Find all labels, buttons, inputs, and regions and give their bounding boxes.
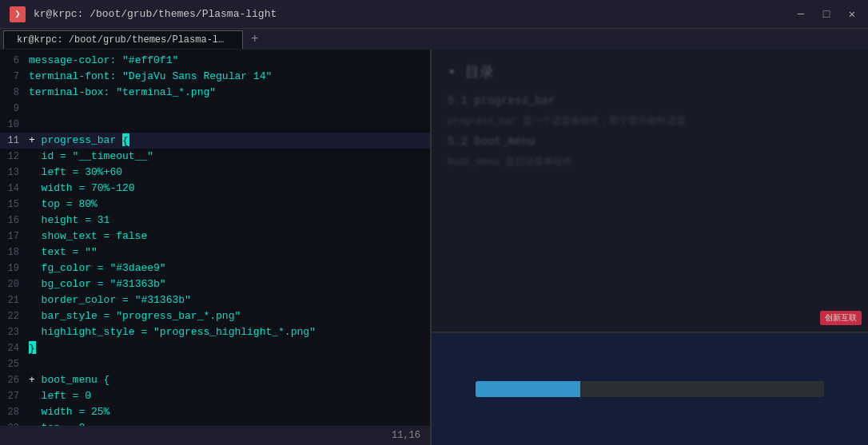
- cursor2: }: [29, 341, 36, 354]
- boot-preview: [432, 333, 868, 445]
- table-row: 28 width = 25%: [0, 404, 430, 420]
- terminal-icon: ❯: [10, 6, 26, 22]
- table-row: 27 left = 0: [0, 388, 430, 404]
- close-button[interactable]: ✕: [846, 8, 858, 21]
- table-row: 13 left = 30%+60: [0, 165, 430, 181]
- table-row: 24 }: [0, 340, 430, 356]
- table-row: 18 text = "": [0, 244, 430, 260]
- cursor: {: [122, 133, 129, 146]
- table-row: 23 highlight_style = "progress_highlight…: [0, 324, 430, 340]
- right-section2: 5.2 boot_menu: [448, 135, 852, 148]
- maximize-button[interactable]: □: [820, 8, 833, 21]
- table-row: 8 terminal-box: "terminal_*.png": [0, 85, 430, 101]
- progress-fill: [476, 381, 580, 397]
- watermark: 创新互联: [820, 311, 862, 325]
- table-row: 11 + progress_bar {: [0, 133, 430, 149]
- titlebar: ❯ kr@krpc: /boot/grub/themes/Plasma-ligh…: [0, 0, 868, 29]
- preview-area: [432, 333, 868, 445]
- table-row: 20 bg_color = "#31363b": [0, 276, 430, 292]
- table-row: 7 terminal-font: "DejaVu Sans Regular 14…: [0, 69, 430, 85]
- cursor-position: 11,16: [392, 430, 420, 441]
- tab-main[interactable]: kr@krpc: /boot/grub/themes/Plasma-light: [3, 30, 243, 49]
- table-row: 12 id = "__timeout__": [0, 149, 430, 165]
- table-row: 6 message-color: "#eff0f1": [0, 53, 430, 69]
- table-row: 21 border_color = "#31363b": [0, 292, 430, 308]
- table-row: 16 height = 31: [0, 213, 430, 228]
- right-section1: 5.1 progress_bar: [448, 94, 852, 107]
- blurred-doc: • 目录 5.1 progress_bar progress_bar 是一个进度…: [432, 50, 868, 332]
- window: ❯ kr@krpc: /boot/grub/themes/Plasma-ligh…: [0, 0, 868, 445]
- table-row: 22 bar_style = "progress_bar_*.png": [0, 308, 430, 324]
- editor-pane: 6 message-color: "#eff0f1" 7 terminal-fo…: [0, 50, 432, 445]
- tab-bar: kr@krpc: /boot/grub/themes/Plasma-light …: [0, 29, 868, 50]
- table-row: 19 fg_color = "#3daee9": [0, 260, 430, 276]
- tab-add-button[interactable]: +: [243, 29, 267, 50]
- table-row: 9: [0, 101, 430, 117]
- main-layout: 6 message-color: "#eff0f1" 7 terminal-fo…: [0, 50, 868, 445]
- minimize-button[interactable]: ─: [794, 8, 807, 21]
- right-title: • 目录: [448, 62, 852, 81]
- titlebar-title: kr@krpc: /boot/grub/themes/Plasma-light: [34, 8, 794, 20]
- titlebar-controls: ─ □ ✕: [794, 8, 858, 21]
- table-row: 14 width = 70%-120: [0, 181, 430, 197]
- code-area[interactable]: 6 message-color: "#eff0f1" 7 terminal-fo…: [0, 50, 430, 426]
- table-row: 17 show_text = false: [0, 228, 430, 244]
- titlebar-path-text: kr@krpc: /boot/grub/themes/Plasma-light: [34, 8, 277, 20]
- table-row: 15 top = 80%: [0, 197, 430, 213]
- table-row: 25: [0, 356, 430, 372]
- right-pane: • 目录 5.1 progress_bar progress_bar 是一个进度…: [432, 50, 868, 445]
- statusbar: 11,16: [0, 426, 430, 445]
- table-row: 29 top = 0: [0, 420, 430, 426]
- right-section2-desc: boot_menu 是启动菜单组件: [448, 155, 852, 169]
- table-row: 10: [0, 117, 430, 133]
- progress-bar-preview: [476, 381, 825, 397]
- right-bottom-preview: [432, 333, 868, 445]
- right-section1-desc: progress_bar 是一个进度条组件，用于显示超时进度: [448, 114, 852, 128]
- table-row: 26 + boot_menu {: [0, 372, 430, 388]
- right-top-content: • 目录 5.1 progress_bar progress_bar 是一个进度…: [432, 50, 868, 333]
